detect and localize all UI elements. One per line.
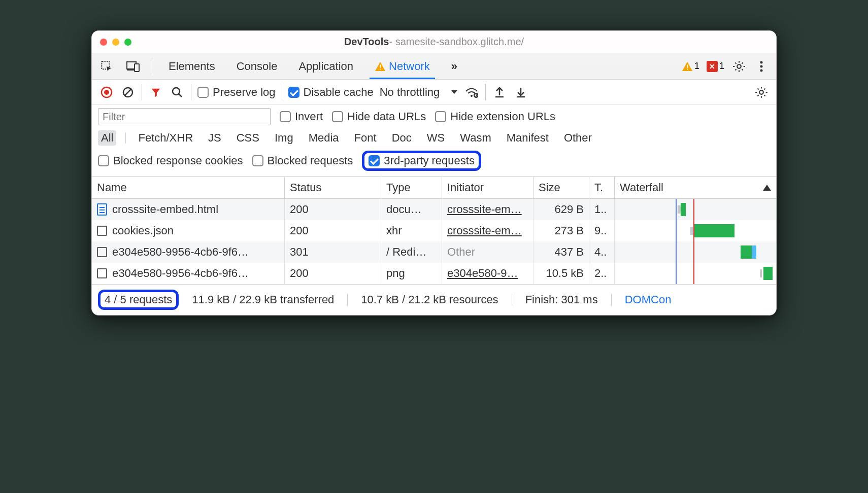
search-icon[interactable] [170, 85, 185, 100]
blocked-cookies-checkbox[interactable]: Blocked response cookies [98, 154, 243, 167]
tab-elements[interactable]: Elements [163, 53, 220, 79]
network-conditions-icon[interactable] [464, 85, 479, 100]
col-type[interactable]: Type [381, 177, 442, 198]
blocked-requests-checkbox[interactable]: Blocked requests [252, 154, 353, 167]
waterfall-bar [690, 227, 693, 235]
minimize-window-icon[interactable] [112, 39, 119, 46]
import-har-icon[interactable] [513, 85, 528, 100]
checkbox-icon [280, 111, 291, 122]
issues-warning[interactable]: 1 [682, 61, 699, 72]
svg-rect-3 [135, 64, 139, 72]
cell-size: 437 B [533, 241, 589, 263]
main-tabs: Elements Console Application Network » 1… [92, 53, 776, 80]
col-name[interactable]: Name [92, 177, 285, 198]
record-icon[interactable] [99, 85, 114, 100]
cell-type: png [381, 263, 442, 284]
type-filter-wasm[interactable]: Wasm [457, 130, 494, 146]
third-party-requests-checkbox[interactable]: 3rd-party requests [369, 154, 475, 167]
cell-initiator[interactable]: e304e580-9… [442, 263, 533, 284]
kebab-icon[interactable] [754, 59, 769, 74]
window-controls [100, 39, 131, 46]
table-row[interactable]: e304e580-9956-4cb6-9f6… 200 png e304e580… [92, 263, 776, 284]
settings-icon[interactable] [731, 59, 747, 74]
divider [485, 84, 486, 100]
cell-initiator[interactable]: crosssite-em… [442, 199, 533, 220]
export-har-icon[interactable] [492, 85, 507, 100]
window-title-page: - samesite-sandbox.glitch.me/ [389, 36, 524, 48]
fullscreen-window-icon[interactable] [124, 39, 131, 46]
network-settings-icon[interactable] [754, 85, 769, 100]
third-party-label: 3rd-party requests [384, 154, 475, 167]
cell-name: cookies.json [92, 220, 285, 241]
table-body: crosssite-embed.html 200 docu… crosssite… [92, 199, 776, 284]
table-row[interactable]: cookies.json 200 xhr crosssite-em… 273 B… [92, 220, 776, 241]
svg-rect-5 [380, 69, 381, 70]
hide-extension-urls-checkbox[interactable]: Hide extension URLs [435, 110, 555, 123]
type-filter-js[interactable]: JS [205, 130, 224, 146]
table-row[interactable]: e304e580-9956-4cb6-9f6… 301 / Redi… Othe… [92, 241, 776, 263]
devtools-window: DevTools - samesite-sandbox.glitch.me/ E… [91, 30, 777, 315]
type-filter-ws[interactable]: WS [424, 130, 448, 146]
cell-name: e304e580-9956-4cb6-9f6… [92, 263, 285, 284]
type-filter-media[interactable]: Media [306, 130, 342, 146]
initiator-link: crosssite-em… [447, 224, 522, 237]
file-icon [97, 268, 107, 278]
inspect-icon[interactable] [99, 59, 114, 74]
status-bar: 4 / 5 requests 11.9 kB / 22.9 kB transfe… [92, 284, 776, 315]
filter-input[interactable] [98, 108, 271, 125]
close-window-icon[interactable] [100, 39, 107, 46]
waterfall-bar [681, 203, 686, 216]
clear-icon[interactable] [120, 85, 136, 100]
col-status[interactable]: Status [285, 177, 381, 198]
type-filter-fetchxhr[interactable]: Fetch/XHR [135, 130, 196, 146]
waterfall-bar [741, 245, 752, 258]
cell-size: 273 B [533, 220, 589, 241]
throttling-select[interactable]: No throttling [380, 86, 458, 99]
more-tabs-button[interactable]: » [446, 53, 462, 79]
waterfall-bar [678, 205, 681, 214]
tab-network[interactable]: Network [370, 53, 435, 79]
cell-waterfall [615, 199, 776, 220]
name-text: e304e580-9956-4cb6-9f6… [112, 267, 249, 280]
type-filter-all[interactable]: All [98, 130, 116, 146]
filter-funnel-icon[interactable] [148, 85, 163, 100]
col-size[interactable]: Size [533, 177, 589, 198]
tab-application[interactable]: Application [293, 53, 358, 79]
divider [512, 294, 512, 306]
col-initiator[interactable]: Initiator [442, 177, 533, 198]
checkbox-icon [197, 87, 209, 98]
hide-data-urls-checkbox[interactable]: Hide data URLs [332, 110, 426, 123]
divider [282, 84, 282, 100]
disable-cache-label: Disable cache [304, 86, 374, 99]
status-domcontent[interactable]: DOMCon [625, 293, 672, 306]
device-toolbar-icon[interactable] [125, 59, 141, 74]
window-title: DevTools - samesite-sandbox.glitch.me/ [92, 36, 776, 48]
svg-point-9 [760, 61, 763, 63]
status-finish: Finish: 301 ms [525, 293, 598, 306]
throttling-value: No throttling [380, 86, 440, 99]
sort-asc-icon [763, 185, 771, 191]
error-icon: ✕ [707, 61, 718, 72]
cell-initiator[interactable]: crosssite-em… [442, 220, 533, 241]
status-transferred: 11.9 kB / 22.9 kB transferred [192, 293, 334, 306]
type-filter-img[interactable]: Img [272, 130, 296, 146]
type-filter-css[interactable]: CSS [233, 130, 262, 146]
invert-checkbox[interactable]: Invert [280, 110, 323, 123]
type-filter-doc[interactable]: Doc [389, 130, 415, 146]
disable-cache-checkbox[interactable]: Disable cache [288, 86, 374, 99]
type-filter-manifest[interactable]: Manifest [504, 130, 552, 146]
cell-time: 2.. [589, 263, 615, 284]
svg-point-18 [471, 95, 473, 97]
type-filter-font[interactable]: Font [351, 130, 380, 146]
col-waterfall[interactable]: Waterfall [615, 177, 776, 198]
col-time[interactable]: T. [589, 177, 615, 198]
tab-console[interactable]: Console [231, 53, 283, 79]
issues-error[interactable]: ✕ 1 [707, 61, 724, 72]
waterfall-bar [760, 269, 762, 278]
waterfall-bar [763, 267, 773, 279]
table-row[interactable]: crosssite-embed.html 200 docu… crosssite… [92, 199, 776, 220]
cell-status: 200 [285, 220, 381, 241]
preserve-log-checkbox[interactable]: Preserve log [197, 86, 276, 99]
type-filter-other[interactable]: Other [561, 130, 595, 146]
divider [347, 294, 348, 306]
